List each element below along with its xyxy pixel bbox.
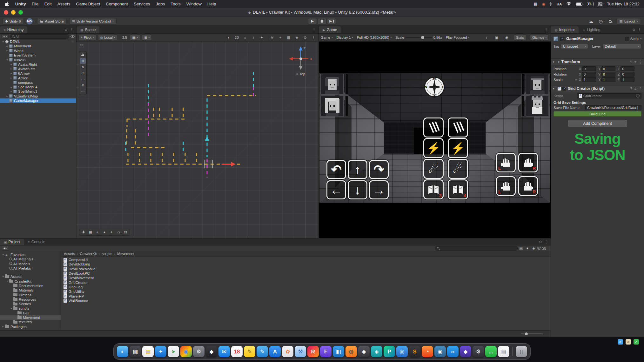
apple-icon[interactable]: [5, 2, 9, 6]
y-value-field[interactable]: [601, 77, 615, 82]
layer-dropdown[interactable]: Default▾: [602, 44, 641, 49]
project-file-item[interactable]: DevilMovement: [61, 276, 551, 280]
scene-more-icon[interactable]: ⋮: [310, 35, 317, 40]
spell-lightning-button-2[interactable]: ⚡: [448, 138, 468, 158]
z-value-field[interactable]: [621, 72, 634, 77]
tag-dropdown[interactable]: Untagged▾: [561, 44, 588, 49]
hierarchy-item[interactable]: ▸ AvatarLeft: [0, 67, 76, 71]
project-file-item[interactable]: CompassUI: [61, 258, 551, 262]
play-button[interactable]: ▶: [308, 18, 317, 24]
left-hand-button-top[interactable]: L: [496, 153, 516, 172]
dock-app-chrome[interactable]: ◉: [180, 346, 192, 357]
dock-app-trash[interactable]: ▯: [516, 346, 527, 357]
scale-tool-button[interactable]: ⊡: [80, 70, 86, 76]
saved-search-icon[interactable]: ◈: [531, 246, 537, 251]
grid-overlay-icon[interactable]: ▦: [87, 229, 94, 235]
menu-item[interactable]: Component: [103, 2, 131, 6]
undo-history-icon[interactable]: ◷: [598, 19, 604, 24]
project-tree-item[interactable]: All Materials: [0, 257, 61, 261]
dock-app-unity-hub[interactable]: ◆: [358, 346, 370, 357]
scene-audio-icon[interactable]: ♪: [250, 35, 257, 40]
handle-rotation-dropdown[interactable]: ◍ Local▾: [98, 35, 117, 40]
expand-arrow-icon[interactable]: ▾: [10, 307, 13, 310]
dock-app-mail[interactable]: ✉: [218, 346, 230, 357]
movement-button[interactable]: ↓: [348, 180, 367, 199]
project-file-item[interactable]: PlayerHP: [61, 294, 551, 298]
battery-indicator[interactable]: [576, 3, 582, 6]
version-control-button[interactable]: ⊞ Unity Version Control ▾: [69, 18, 117, 24]
dock-app-launchpad[interactable]: ▦: [130, 346, 141, 357]
expand-arrow-icon[interactable]: ▸: [10, 77, 13, 79]
right-hand-button-top[interactable]: R: [518, 153, 538, 172]
x-value-field[interactable]: [582, 66, 596, 71]
hierarchy-item[interactable]: ▸ SpellMenu3: [0, 89, 76, 94]
expand-arrow-icon[interactable]: ▾: [1, 275, 5, 278]
dock-app-rider[interactable]: R: [307, 346, 319, 357]
project-tree-item[interactable]: ▾ CrawlerKit: [0, 279, 61, 283]
expand-arrow-icon[interactable]: ▸: [10, 72, 13, 75]
dock-app-finder[interactable]: ◐: [117, 346, 128, 357]
tab-scene[interactable]: ▦ Scene: [77, 26, 99, 33]
camera-overlay-icon[interactable]: ⌖: [108, 229, 115, 235]
dock-app-notes-yellow[interactable]: ✎: [244, 346, 255, 357]
x-value-field[interactable]: [582, 77, 596, 82]
tab-lighting[interactable]: ☼ Lighting: [579, 26, 604, 33]
scene-fog-icon[interactable]: ≋: [269, 35, 275, 40]
pivot-mode-dropdown[interactable]: ⌖ Pivot▾: [78, 35, 96, 40]
layout-dropdown[interactable]: ▦ Layout ▾: [617, 18, 641, 24]
breadcrumb-item[interactable]: Assets: [64, 252, 75, 256]
dock-app-messages[interactable]: …: [485, 346, 497, 357]
input-language-indicator[interactable]: UA: [557, 2, 562, 6]
presets-icon[interactable]: ≡: [634, 87, 636, 91]
project-file-item[interactable]: DevilLookPC: [61, 271, 551, 276]
hierarchy-item[interactable]: compass: [0, 80, 76, 85]
menu-item[interactable]: Help: [205, 2, 219, 6]
project-tree-item[interactable]: Movement: [0, 315, 61, 320]
left-hand-button-bottom[interactable]: L: [496, 176, 516, 196]
asset-store-button[interactable]: ⬓ Asset Store: [37, 18, 67, 24]
game-target-dropdown[interactable]: Game▾: [321, 36, 332, 39]
foldout-arrow-icon[interactable]: ▾: [553, 60, 556, 64]
project-file-item[interactable]: DevilLookMobile: [61, 267, 551, 271]
game-menu-icon[interactable]: ⋮: [544, 27, 548, 32]
search-icon[interactable]: [607, 19, 614, 24]
wifi-icon[interactable]: [566, 2, 571, 6]
dock-app-safari[interactable]: ✦: [155, 346, 166, 357]
scene-visibility-icon[interactable]: ⊙: [302, 35, 308, 40]
breadcrumb-item[interactable]: Movement: [112, 252, 134, 256]
shading-mode-icon[interactable]: ◐: [225, 35, 232, 40]
focus-mode-dropdown[interactable]: Play Focused▾: [446, 36, 469, 39]
expand-arrow-icon[interactable]: ▾: [1, 40, 5, 43]
object-picker-icon[interactable]: [636, 94, 640, 97]
account-avatar[interactable]: MB: [26, 18, 33, 24]
presets-icon[interactable]: ≡: [634, 60, 636, 64]
project-file-item[interactable]: GridFlag: [61, 285, 551, 289]
snap-settings-dropdown[interactable]: ⊞▾: [142, 35, 152, 40]
dock-app-obsidian[interactable]: ◆: [460, 346, 471, 357]
component-menu-icon[interactable]: ⋮: [639, 87, 642, 91]
gameobject-name[interactable]: GameManager: [566, 37, 594, 41]
project-tree-item[interactable]: textures: [0, 320, 61, 324]
dock-app-app-store[interactable]: A: [269, 346, 281, 357]
project-tree-item[interactable]: Documentation: [0, 284, 61, 288]
scene-lighting-icon[interactable]: ☼: [242, 35, 248, 40]
project-tree-item[interactable]: ▾ Favorites: [0, 252, 61, 257]
scale-slider[interactable]: [406, 37, 432, 38]
inspector-menu-icon[interactable]: ⋮: [638, 27, 641, 32]
hierarchy-item[interactable]: ▾ canvas: [0, 57, 76, 62]
move-overlay-icon[interactable]: ✚: [80, 229, 87, 235]
thumbnail-zoom-slider[interactable]: [521, 333, 543, 334]
cloud-services-icon[interactable]: ☁: [588, 19, 594, 24]
dock-app-godot[interactable]: ◉: [434, 346, 446, 357]
link-scale-icon[interactable]: ∞: [575, 78, 578, 81]
menu-item[interactable]: Window: [184, 2, 205, 6]
component-menu-icon[interactable]: ⋮: [639, 60, 642, 64]
expand-arrow-icon[interactable]: ▸: [10, 90, 13, 93]
right-hand-button-bottom[interactable]: R: [518, 176, 538, 196]
menu-item[interactable]: Unity: [12, 2, 29, 6]
foldout-arrow-icon[interactable]: ▾: [553, 87, 556, 90]
y-value-field[interactable]: [601, 66, 615, 71]
movement-button[interactable]: ←: [326, 180, 346, 199]
project-file-item[interactable]: GridUtility: [61, 289, 551, 294]
x-value-field[interactable]: [582, 72, 596, 77]
